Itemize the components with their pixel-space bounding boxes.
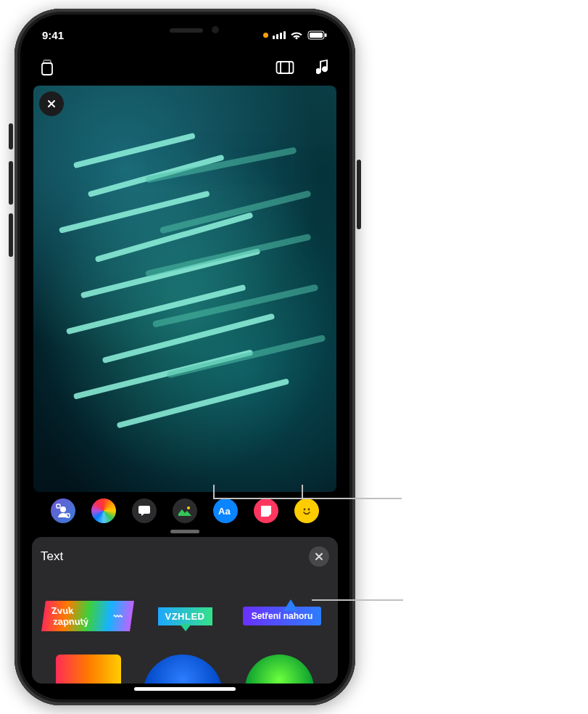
svg-point-23 (187, 506, 190, 509)
callout-line (312, 599, 403, 601)
projects-icon[interactable] (38, 58, 57, 77)
text-label-option-4[interactable] (56, 654, 121, 684)
text-label-1-text: Zvuk zapnutý (51, 605, 112, 627)
svg-point-20 (60, 506, 66, 512)
emoji-effect-button[interactable] (294, 498, 319, 523)
side-button (357, 160, 361, 229)
clip-preview[interactable] (33, 86, 336, 492)
callout-line (213, 498, 402, 499)
volume-up-button (9, 161, 13, 205)
clip-artwork (33, 86, 336, 490)
svg-line-17 (149, 237, 307, 274)
text-label-option-3[interactable]: Setření nahoru (238, 598, 326, 634)
text-label-options-row-2 (32, 654, 338, 684)
close-preview-button[interactable] (39, 91, 64, 116)
aspect-ratio-icon[interactable] (276, 58, 294, 77)
svg-text:Aa: Aa (218, 506, 231, 516)
notch (116, 19, 254, 41)
music-icon[interactable] (313, 58, 332, 77)
svg-rect-3 (42, 63, 52, 75)
text-label-options: Zvuk zapnutý VZHLED Setření nahoru (41, 598, 329, 634)
text-label-option-2[interactable]: VZHLED (141, 598, 229, 634)
panel-title: Text (41, 549, 63, 564)
svg-point-27 (304, 509, 306, 511)
battery-icon (307, 30, 328, 40)
stickers-effect-button[interactable] (173, 498, 197, 523)
sound-waves-icon (113, 612, 123, 620)
text-label-option-5[interactable] (143, 654, 223, 684)
svg-rect-2 (325, 33, 327, 37)
callout-line (302, 485, 303, 498)
live-titles-effect-button[interactable] (132, 498, 157, 523)
svg-rect-21 (57, 504, 60, 508)
volume-down-button (9, 213, 13, 257)
svg-line-14 (120, 382, 286, 425)
clips-app-bar (26, 52, 344, 83)
svg-rect-5 (281, 62, 289, 73)
svg-point-26 (300, 504, 313, 517)
svg-line-6 (77, 136, 192, 165)
wifi-icon (290, 30, 303, 40)
status-time: 9:41 (42, 29, 64, 41)
screen: 9:41 (26, 19, 344, 695)
home-indicator[interactable] (134, 687, 236, 691)
cellular-signal-icon (273, 31, 286, 39)
panel-grabber[interactable] (170, 530, 199, 533)
text-label-2-text: VZHLED (158, 607, 212, 625)
text-label-option-1[interactable]: Zvuk zapnutý (44, 598, 132, 634)
mute-switch (9, 123, 13, 149)
recording-indicator-icon (263, 33, 268, 38)
text-options-panel: Text Zvuk zapnutý VZHLED (32, 537, 338, 684)
svg-line-19 (170, 338, 322, 374)
svg-rect-4 (277, 62, 294, 73)
svg-rect-1 (310, 33, 323, 38)
callout-line (213, 485, 215, 498)
text-label-option-6[interactable] (245, 654, 314, 684)
filters-effect-button[interactable] (91, 498, 116, 523)
panel-close-button[interactable] (309, 546, 329, 567)
memoji-effect-button[interactable] (51, 498, 75, 523)
text-effect-button[interactable]: Aa (213, 498, 238, 523)
iphone-frame: 9:41 (15, 9, 355, 705)
svg-point-28 (308, 509, 310, 511)
shapes-effect-button[interactable] (254, 498, 278, 523)
text-label-3-text: Setření nahoru (243, 607, 322, 625)
